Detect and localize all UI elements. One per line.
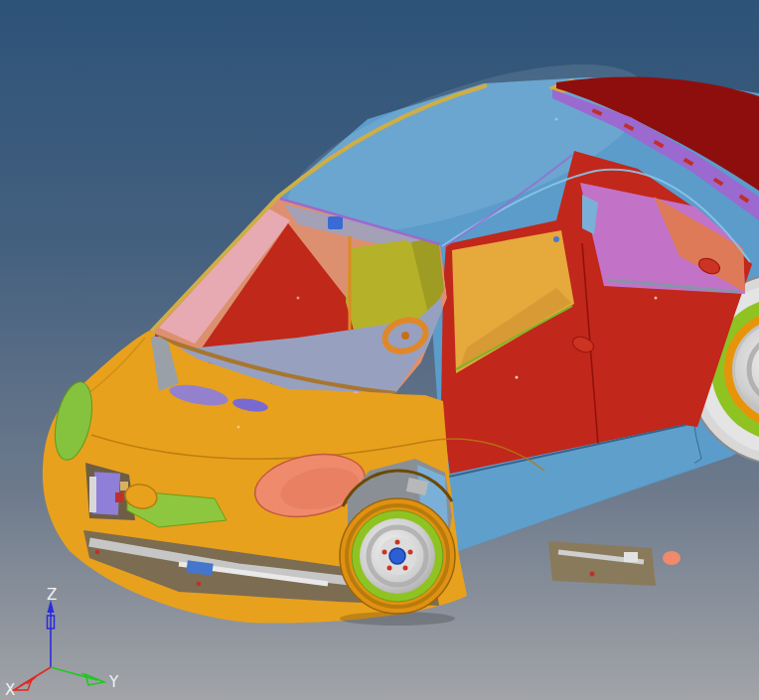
fog-salmon-part [663, 551, 681, 565]
interior-blue-box [328, 216, 343, 229]
steering-hub [401, 332, 409, 340]
condenser-sliver [89, 477, 96, 512]
x-axis-label: X [5, 681, 15, 699]
cad-viewport[interactable]: Z X Y [0, 0, 759, 700]
grille-red-part [115, 492, 123, 502]
y-axis-label: Y [108, 673, 119, 691]
front-window-detail [553, 236, 559, 242]
model-canvas[interactable]: Z X Y [0, 0, 759, 700]
front-hub-cap[interactable] [389, 548, 405, 564]
z-axis-label: Z [47, 586, 57, 604]
